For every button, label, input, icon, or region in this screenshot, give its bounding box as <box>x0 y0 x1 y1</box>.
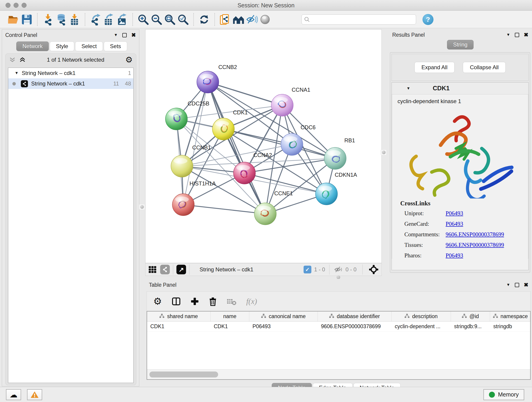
network-node-HIST1H1A[interactable]: HIST1H1A <box>172 180 216 216</box>
collection-expand-icon[interactable]: ▼ <box>15 71 19 75</box>
hide-unhide-icon[interactable] <box>245 13 259 26</box>
table-options-gear-icon[interactable]: ⚙ <box>153 297 162 306</box>
title-bar: Session: New Session <box>0 0 532 11</box>
network-collection-row[interactable]: ▼ String Network – cdk1 1 <box>8 68 133 78</box>
close-panel-icon[interactable]: ✖ <box>524 282 528 288</box>
table-row[interactable]: CDK1CDK1P064939606.ENSP00000378699cyclin… <box>147 322 530 332</box>
network-edge-CDK1-RB1[interactable] <box>223 129 335 158</box>
horizontal-splitter[interactable] <box>145 276 532 279</box>
export-table-icon[interactable] <box>102 13 115 26</box>
column-header-description[interactable]: description <box>392 312 451 321</box>
network-edge-HIST1H1A-CCNE1[interactable] <box>183 205 265 214</box>
network-node-CCNE1[interactable]: CCNE1 <box>254 190 293 225</box>
grid-view-icon[interactable] <box>148 265 157 274</box>
horizontal-scrollbar[interactable] <box>147 369 530 379</box>
network-node-CCNA2[interactable]: CCNA2 <box>234 152 272 184</box>
tab-sets[interactable]: Sets <box>104 41 127 51</box>
collapse-panel-icon[interactable]: ▼ <box>506 283 510 287</box>
collapse-all-button[interactable]: Collapse All <box>463 62 506 73</box>
zoom-fit-icon[interactable] <box>163 13 177 26</box>
float-panel-icon[interactable] <box>122 33 127 37</box>
expand-all-icon[interactable] <box>19 57 26 63</box>
open-session-icon[interactable] <box>7 13 20 26</box>
import-database-icon[interactable] <box>55 13 68 26</box>
protein-card: ▼ CDK1 cyclin-dependent kinase 1 <box>392 82 529 270</box>
search-field[interactable] <box>302 14 416 25</box>
column-header-database-identifier[interactable]: database identifier <box>318 312 392 321</box>
zoom-out-icon[interactable] <box>150 13 163 26</box>
tab-select[interactable]: Select <box>75 41 103 51</box>
network-node-CDC25B[interactable]: CDC25B <box>165 100 209 130</box>
selected-counts: 1 - 0 <box>314 266 325 273</box>
zoom-in-icon[interactable] <box>137 13 150 26</box>
import-network-icon[interactable] <box>41 13 55 26</box>
export-image-icon[interactable] <box>115 13 129 26</box>
network-view-icon[interactable] <box>160 265 170 274</box>
network-node-label: CCNB2 <box>218 64 237 70</box>
show-columns-icon[interactable] <box>172 297 181 306</box>
protein-description: cyclin-dependent kinase 1 <box>393 97 527 107</box>
collapse-panel-icon[interactable]: ▼ <box>506 32 510 37</box>
memory-button[interactable]: Memory <box>483 389 524 400</box>
selected-checkbox-icon[interactable]: ✓ <box>304 266 311 274</box>
float-panel-icon[interactable] <box>515 33 519 37</box>
right-splitter[interactable] <box>382 29 389 276</box>
export-network-icon[interactable] <box>89 13 102 26</box>
delete-column-icon[interactable] <box>209 297 217 306</box>
cloud-button[interactable]: ☁ <box>6 389 21 400</box>
network-row[interactable]: String Network – cdk1 11 48 <box>8 78 133 89</box>
zoom-selected-icon[interactable] <box>177 13 190 26</box>
network-edge-CCNB2-CCNA1[interactable] <box>208 82 282 105</box>
control-panel-title: Control Panel <box>5 32 37 38</box>
close-panel-icon[interactable]: ✖ <box>524 32 528 38</box>
crosslink-link[interactable]: P06493 <box>446 252 463 259</box>
help-icon[interactable]: ? <box>423 14 433 25</box>
column-header-canonical-name[interactable]: canonical name <box>249 312 318 321</box>
network-graph[interactable]: CCNB2CCNA1CDC25BCDK1CDC6RB1CCNB1CCNA2CDK… <box>146 30 381 263</box>
crosslink-link[interactable]: P06493 <box>446 210 463 217</box>
left-splitter[interactable] <box>139 29 145 386</box>
network-node-CDKN1A[interactable]: CDKN1A <box>316 172 357 205</box>
network-from-file-icon[interactable] <box>219 13 232 26</box>
import-table-icon[interactable] <box>68 13 81 26</box>
sphere-icon[interactable] <box>259 13 272 26</box>
tab-string[interactable]: String <box>447 40 474 50</box>
collapse-panel-icon[interactable]: ▼ <box>114 33 118 37</box>
add-column-icon[interactable] <box>190 297 199 306</box>
network-node-label: CDKN1A <box>335 172 357 178</box>
refresh-icon[interactable] <box>197 13 211 26</box>
network-canvas[interactable]: CCNB2CCNA1CDC25BCDK1CDC6RB1CCNB1CCNA2CDK… <box>145 29 382 263</box>
network-edge-CCNB2-CCNE1[interactable] <box>208 82 265 214</box>
birds-eye-view-icon[interactable]: ↗ <box>177 265 186 274</box>
column-header-shared-name[interactable]: shared name <box>147 312 210 321</box>
column-header-namespace[interactable]: namespace <box>490 312 531 321</box>
network-options-gear-icon[interactable]: ⚙ <box>125 56 133 64</box>
float-panel-icon[interactable] <box>515 283 519 287</box>
crosslink-link[interactable]: 9606.ENSP00000378699 <box>446 242 504 248</box>
column-header--id[interactable]: @id <box>451 312 490 321</box>
collapse-all-icon[interactable] <box>9 57 16 63</box>
network-icon <box>21 80 28 87</box>
column-label: database identifier <box>337 313 380 319</box>
scrollbar-thumb[interactable] <box>149 371 218 377</box>
search-input[interactable] <box>310 17 413 22</box>
crosslink-link[interactable]: P06493 <box>446 221 463 227</box>
protein-card-header[interactable]: ▼ CDK1 <box>392 83 528 95</box>
protein-expand-icon[interactable]: ▼ <box>406 86 410 91</box>
network-node-RB1[interactable]: RB1 <box>324 137 355 169</box>
network-node-CCNA1[interactable]: CCNA1 <box>271 87 310 116</box>
tab-style[interactable]: Style <box>50 41 74 51</box>
save-session-icon[interactable] <box>20 13 33 26</box>
crosslink-link[interactable]: 9606.ENSP00000378699 <box>446 231 504 238</box>
network-node-CCNB1[interactable]: CCNB1 <box>171 144 211 177</box>
warnings-button[interactable] <box>27 389 42 400</box>
network-overview-icon[interactable] <box>232 13 245 26</box>
crosslink-label: Uniprot: <box>404 210 446 217</box>
center-view-icon[interactable] <box>369 264 379 274</box>
close-panel-icon[interactable]: ✖ <box>131 32 136 38</box>
table-network-icon <box>329 313 334 319</box>
column-header-name[interactable]: name <box>210 312 249 321</box>
expand-all-button[interactable]: Expand All <box>414 62 455 73</box>
tab-network[interactable]: Network <box>16 41 49 51</box>
collection-label: String Network – cdk1 <box>22 70 76 76</box>
